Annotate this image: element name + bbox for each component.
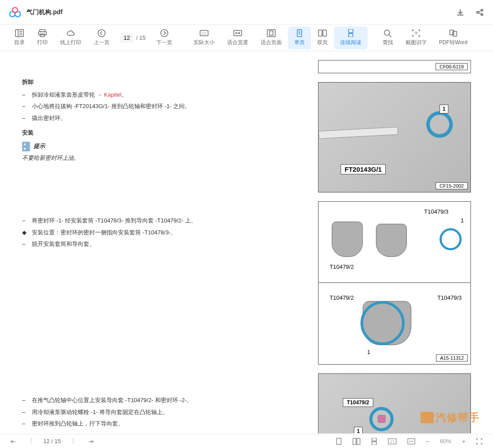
chevron-left-circle-icon bbox=[97, 29, 106, 37]
text-column: 拆卸 –拆卸冷却液泵齿形皮带轮 → Kapitel。 –小心地将拉拔钩 -FT2… bbox=[22, 60, 305, 433]
ocr-label: 截图识字 bbox=[406, 39, 427, 46]
instruction-line: –脱开安装套筒和导向套。 bbox=[22, 239, 305, 250]
print-button[interactable]: 打印 bbox=[31, 26, 54, 49]
single-page-icon bbox=[295, 29, 304, 37]
figure-callout: 1 bbox=[367, 349, 370, 355]
zoom-in-button[interactable]: + bbox=[462, 438, 466, 445]
double-page-button[interactable]: 双页 bbox=[311, 26, 334, 49]
svg-rect-19 bbox=[323, 30, 326, 36]
status-double-page-icon[interactable] bbox=[353, 438, 360, 445]
figure-code: A15-11312 bbox=[436, 354, 468, 361]
fullscreen-button[interactable] bbox=[476, 438, 482, 444]
figure-code: CF15-2002 bbox=[436, 182, 468, 189]
prev-page-button[interactable]: 上一页 bbox=[87, 26, 116, 49]
convert-label: PDF转Word bbox=[439, 39, 467, 46]
svg-rect-29 bbox=[372, 438, 376, 441]
page-number-input[interactable] bbox=[120, 33, 133, 43]
svg-point-10 bbox=[98, 30, 105, 37]
instruction-line: –将密封环 -1- 经安装套筒 -T10478/3- 推到导向套 -T10479… bbox=[22, 215, 305, 226]
note-text: 不要给新密封环上油。 bbox=[22, 153, 305, 164]
figure-callout: 1 bbox=[461, 217, 464, 224]
instruction-line: –拆卸冷却液泵齿形皮带轮 → Kapitel。 bbox=[22, 90, 305, 101]
status-actual-size-icon[interactable]: 1:1 bbox=[388, 438, 397, 444]
share-icon[interactable] bbox=[475, 8, 484, 17]
chapter-link[interactable]: → Kapitel bbox=[97, 91, 121, 98]
continuous-read-button[interactable]: 连续阅读 bbox=[334, 26, 368, 49]
figure-tool-label: FT20143G/1 bbox=[341, 164, 386, 174]
last-page-button[interactable]: ⇥ bbox=[88, 438, 94, 445]
figure-0: CF00-6119 bbox=[318, 60, 471, 73]
fit-page-label: 适合页面 bbox=[261, 39, 282, 46]
note-row: 提示 bbox=[22, 141, 305, 152]
toc-label: 目录 bbox=[14, 39, 25, 46]
status-view-controls: 1:1 − 80% + bbox=[336, 438, 482, 445]
svg-rect-16 bbox=[269, 31, 273, 35]
note-label: 提示 bbox=[34, 141, 45, 152]
chevron-right-circle-icon bbox=[160, 29, 169, 37]
file-name: 气门机构.pdf bbox=[27, 8, 63, 16]
svg-rect-28 bbox=[357, 438, 360, 444]
watermark-icon bbox=[421, 412, 434, 423]
ocr-button[interactable]: 字 截图识字 bbox=[399, 26, 433, 49]
page-indicator: / 15 bbox=[116, 33, 150, 43]
figure-callout: 1 bbox=[440, 105, 448, 113]
svg-rect-20 bbox=[349, 29, 353, 33]
search-button[interactable]: 查找 bbox=[376, 26, 399, 49]
figure-column: CF00-6119 1 FT20143G/1 CF15-2002 T10479/… bbox=[318, 60, 471, 433]
figure-2: T10479/3 T10479/2 1 T10479/2 T10479/3 1 … bbox=[318, 201, 471, 365]
actual-size-button[interactable]: 1:1 实际大小 bbox=[187, 26, 221, 49]
app-logo-icon bbox=[9, 7, 21, 18]
svg-point-22 bbox=[384, 30, 390, 35]
first-page-button[interactable]: ⇤ bbox=[11, 438, 16, 445]
document-viewport[interactable]: 拆卸 –拆卸冷却液泵齿形皮带轮 → Kapitel。 –小心地将拉拔钩 -FT2… bbox=[0, 51, 493, 433]
print-icon bbox=[38, 29, 47, 37]
watermark: 汽修帮手 bbox=[421, 410, 480, 425]
fit-width-label: 适合宽度 bbox=[227, 39, 248, 46]
continuous-label: 连续阅读 bbox=[340, 39, 361, 46]
svg-rect-8 bbox=[38, 32, 46, 35]
single-page-button[interactable]: 单页 bbox=[288, 26, 311, 49]
actual-size-icon: 1:1 bbox=[200, 29, 209, 37]
prev-page-nav[interactable]: 〈 bbox=[27, 437, 33, 445]
status-continuous-icon[interactable] bbox=[371, 438, 377, 445]
zoom-level: 80% bbox=[440, 438, 451, 444]
figure-label: T10479/3 bbox=[437, 294, 462, 301]
fit-page-icon bbox=[267, 29, 276, 37]
header-left: 气门机构.pdf bbox=[9, 7, 63, 18]
fit-width-button[interactable]: 适合宽度 bbox=[221, 26, 254, 49]
svg-rect-26 bbox=[337, 438, 341, 444]
section-title-disassembly: 拆卸 bbox=[22, 77, 305, 88]
status-page: 12 / 15 bbox=[43, 438, 61, 444]
figure-label: T10479/2 bbox=[330, 264, 354, 270]
download-icon[interactable] bbox=[456, 8, 465, 17]
svg-point-2 bbox=[12, 8, 18, 13]
section-title-install: 安装 bbox=[22, 128, 305, 139]
cloud-print-button[interactable]: 线上打印 bbox=[54, 26, 87, 49]
instruction-line: –撬出密封环。 bbox=[22, 113, 305, 124]
fit-page-button[interactable]: 适合页面 bbox=[254, 26, 288, 49]
double-page-label: 双页 bbox=[317, 39, 328, 46]
header-actions bbox=[456, 8, 484, 17]
pdf-to-word-button[interactable]: PDF转Word bbox=[433, 26, 474, 49]
svg-rect-21 bbox=[349, 34, 353, 37]
svg-rect-30 bbox=[372, 442, 376, 445]
instruction-line: –密封环推到凸轮轴上，拧下导向套。 bbox=[22, 418, 305, 429]
single-page-label: 单页 bbox=[294, 39, 305, 46]
figure-1: 1 FT20143G/1 CF15-2002 bbox=[318, 82, 471, 192]
svg-text:1:1: 1:1 bbox=[202, 32, 206, 35]
double-page-icon bbox=[318, 29, 327, 37]
next-page-button[interactable]: 下一页 bbox=[150, 26, 178, 49]
ocr-icon: 字 bbox=[412, 29, 421, 37]
fit-width-icon bbox=[233, 29, 242, 37]
svg-text:字: 字 bbox=[414, 31, 418, 35]
page-total: / 15 bbox=[136, 34, 146, 41]
svg-rect-9 bbox=[40, 34, 45, 37]
zoom-out-button[interactable]: − bbox=[426, 438, 429, 445]
toc-button[interactable]: 目录 bbox=[8, 26, 31, 49]
svg-point-11 bbox=[161, 30, 168, 37]
status-single-page-icon[interactable] bbox=[336, 438, 342, 445]
next-page-nav[interactable]: 〉 bbox=[72, 437, 78, 445]
status-fit-width-icon[interactable] bbox=[407, 438, 415, 444]
svg-point-3 bbox=[477, 11, 478, 13]
status-bar: ⇤ 〈 12 / 15 〉 ⇥ 1:1 − 80% + bbox=[0, 434, 493, 448]
